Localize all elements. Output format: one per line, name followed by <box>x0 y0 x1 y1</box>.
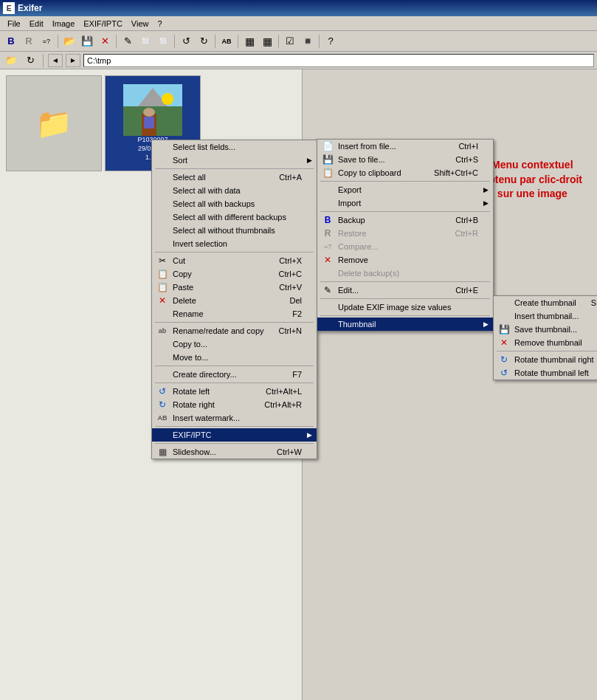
ctx-select-all[interactable]: Select all Ctrl+A <box>152 171 317 184</box>
ctx-label: Rotate thumbnail left <box>514 368 589 377</box>
ctx-edit[interactable]: ✎ Edit... Ctrl+E <box>317 284 493 297</box>
ctx-compare[interactable]: =? Compare... <box>317 240 493 253</box>
ctx-insert-from-file[interactable]: 📄 Insert from file... Ctrl+I <box>317 140 493 153</box>
ctx-select-all-backups[interactable]: Select all with backups <box>152 197 317 210</box>
ctx-move-to[interactable]: Move to... <box>152 351 317 364</box>
ctx-invert-selection[interactable]: Invert selection <box>152 237 317 250</box>
menu-file[interactable]: File <box>3 18 25 30</box>
app-title: Exifer <box>18 3 42 13</box>
ctx-paste[interactable]: 📋 Paste Ctrl+V <box>152 281 317 294</box>
ctx-insert-watermark[interactable]: AB Insert watermark... <box>152 411 317 425</box>
ctx-create-directory[interactable]: Create directory... F7 <box>152 368 317 381</box>
ctx-shortcut: Ctrl+I <box>444 142 478 151</box>
toolbar-btn-save[interactable]: 💾 <box>79 33 95 49</box>
ctx-label: Copy to... <box>173 340 207 349</box>
ctx-label: Compare... <box>338 242 378 251</box>
ctx-delete[interactable]: ✕ Delete Del <box>152 294 317 307</box>
toolbar-btn-thumb1[interactable]: ⬜ <box>137 33 153 49</box>
forward-btn[interactable]: ► <box>66 54 80 67</box>
compare-icon: =? <box>322 243 334 250</box>
ctx-save-thumbnail[interactable]: 💾 Save thumbnail... <box>494 323 597 336</box>
toolbar-btn-check[interactable]: ☑ <box>282 33 298 49</box>
toolbar-btn-thumb2[interactable]: ⬜ <box>155 33 171 49</box>
toolbar-btn-rotate-right[interactable]: ↻ <box>196 33 212 49</box>
rotate-thumb-right-icon: ↻ <box>498 354 510 365</box>
ctx-shortcut: Ctrl+S <box>441 155 478 164</box>
ctx-rotate-thumb-right[interactable]: ↻ Rotate thumbnail right <box>494 353 597 366</box>
ctx-select-list-fields[interactable]: Select list fields... <box>152 140 317 154</box>
ctx-label: Save thumbnail... <box>514 325 577 334</box>
ctx-exif-iptc[interactable]: EXIF/IPTC ▶ 📄 Insert from file... Ctrl+I… <box>152 428 317 442</box>
ctx-select-all-diff-backups[interactable]: Select all with different backups <box>152 210 317 224</box>
ctx-update-exif[interactable]: Update EXIF image size values <box>317 301 493 314</box>
toolbar-btn-b[interactable]: B <box>3 33 19 49</box>
annotation-line3: sur une image <box>483 187 582 202</box>
toolbar-btn-grid2[interactable]: ▦ <box>259 33 275 49</box>
ctx-label: Remove <box>338 255 368 264</box>
ctx-cut[interactable]: ✂ Cut Ctrl+X <box>152 254 317 267</box>
ctx-thumbnail[interactable]: Thumbnail ▶ Create thumbnail Shift+Ctrl+… <box>317 318 493 331</box>
ctx-shortcut: Ctrl+C <box>264 270 302 278</box>
toolbar-btn-compare[interactable]: =? <box>38 33 55 49</box>
toolbar-sep-2 <box>116 35 117 48</box>
ctx-label: Delete <box>173 296 196 305</box>
list-item[interactable]: 📁 <box>6 75 102 171</box>
toolbar-btn-watermark[interactable]: AB <box>218 33 235 49</box>
ctx-rotate-right[interactable]: ↻ Rotate right Ctrl+Alt+R <box>152 398 317 411</box>
ctx-sep <box>155 443 314 444</box>
ctx-copy-to[interactable]: Copy to... <box>152 337 317 351</box>
toolbar-btn-grid1[interactable]: ▦ <box>241 33 258 49</box>
toolbar-btn-delete[interactable]: ✕ <box>97 33 113 49</box>
ctx-remove-thumbnail[interactable]: ✕ Remove thumbnail <box>494 336 597 349</box>
ctx-select-all-data[interactable]: Select all with data <box>152 184 317 197</box>
ctx-label: Select list fields... <box>173 143 235 151</box>
toolbar-btn-rotate-left[interactable]: ↺ <box>178 33 194 49</box>
ctx-rename[interactable]: Rename F2 <box>152 307 317 320</box>
submenu-arrow: ▶ <box>483 320 489 328</box>
toolbar-btn-stop[interactable]: ◾ <box>300 33 316 49</box>
ctx-backup[interactable]: B Backup Ctrl+B <box>317 213 493 227</box>
ctx-restore[interactable]: R Restore Ctrl+R <box>317 227 493 240</box>
address-input[interactable] <box>83 54 594 67</box>
menu-help[interactable]: ? <box>153 18 167 30</box>
ctx-remove[interactable]: ✕ Remove <box>317 253 493 267</box>
ctx-copy[interactable]: 📋 Copy Ctrl+C <box>152 267 317 281</box>
menu-edit[interactable]: Edit <box>25 18 48 30</box>
photo-thumbnail <box>123 84 182 136</box>
menu-image[interactable]: Image <box>48 18 80 30</box>
photo-image <box>123 84 182 136</box>
ctx-insert-thumbnail[interactable]: Insert thumbnail... <box>494 309 597 323</box>
refresh-btn[interactable]: ↻ <box>22 52 38 69</box>
ab-icon: ab <box>156 327 168 334</box>
ctx-sort[interactable]: Sort ▶ <box>152 154 317 167</box>
ctx-create-thumbnail[interactable]: Create thumbnail Shift+Ctrl+V <box>494 296 597 309</box>
ctx-shortcut: Del <box>275 296 303 305</box>
address-bar: 📁 ↻ ◄ ► <box>0 52 597 69</box>
menu-view[interactable]: View <box>127 18 153 30</box>
ctx-rename-redate[interactable]: ab Rename/redate and copy Ctrl+N <box>152 324 317 337</box>
ctx-import[interactable]: Import ▶ <box>317 196 493 210</box>
ctx-rotate-thumb-left[interactable]: ↺ Rotate thumbnail left <box>494 366 597 380</box>
ctx-label: Rotate right <box>173 400 215 409</box>
toolbar-btn-help[interactable]: ? <box>322 33 339 49</box>
annotation-line2: obtenu par clic-droit <box>483 173 582 188</box>
ctx-select-without-thumbnails[interactable]: Select all without thumbnails <box>152 224 317 237</box>
ctx-save-to-file[interactable]: 💾 Save to file... Ctrl+S <box>317 153 493 166</box>
ctx-shortcut: Shift+Ctrl+V <box>576 298 597 307</box>
ctx-export[interactable]: Export ▶ <box>317 183 493 196</box>
ctx-sep <box>320 181 490 182</box>
ctx-shortcut: Shift+Ctrl+C <box>419 168 478 177</box>
ctx-shortcut: Ctrl+N <box>264 326 302 335</box>
save-file-icon: 💾 <box>322 154 334 165</box>
ctx-label: Thumbnail <box>338 320 376 329</box>
toolbar-btn-open[interactable]: 📂 <box>61 33 77 49</box>
ctx-slideshow[interactable]: ▦ Slideshow... Ctrl+W <box>152 445 317 459</box>
folder-up-btn[interactable]: 📁 <box>3 52 19 69</box>
toolbar-btn-edit[interactable]: ✎ <box>120 33 136 49</box>
back-btn[interactable]: ◄ <box>48 54 63 67</box>
ctx-delete-backups[interactable]: Delete backup(s) <box>317 267 493 280</box>
menu-exif[interactable]: EXIF/IPTC <box>79 18 127 30</box>
ctx-copy-to-clipboard[interactable]: 📋 Copy to clipboard Shift+Ctrl+C <box>317 166 493 179</box>
toolbar-btn-r[interactable]: R <box>21 33 37 49</box>
ctx-rotate-left[interactable]: ↺ Rotate left Ctrl+Alt+L <box>152 385 317 398</box>
